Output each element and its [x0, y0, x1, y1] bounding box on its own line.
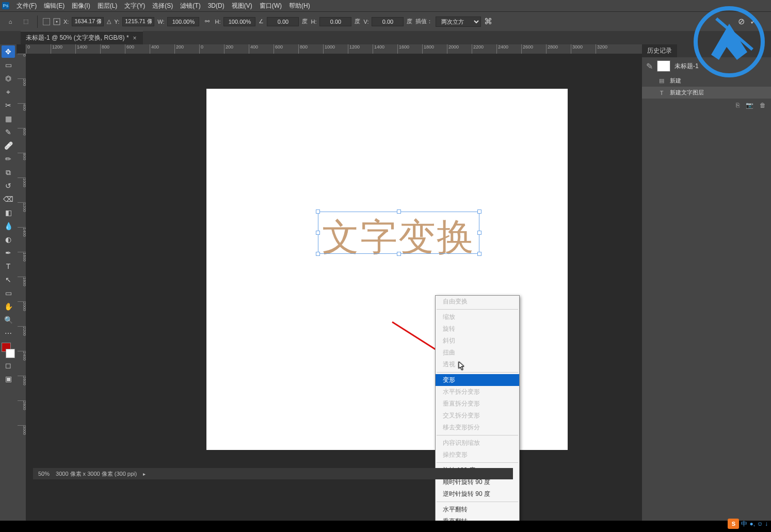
quick-mask-icon[interactable]: ◻ [2, 359, 15, 372]
ruler-horizontal[interactable]: 0120014008006004002000200400600800100012… [26, 44, 642, 54]
transform-handle[interactable] [316, 252, 320, 256]
home-icon[interactable]: ⌂ [4, 15, 17, 28]
menu-type[interactable]: 文字(Y) [121, 1, 148, 11]
color-swatches[interactable] [2, 343, 15, 358]
ruler-vertical[interactable]: 0200400600800100012001400160018002000220… [17, 54, 26, 521]
hand-tool[interactable]: ✋ [2, 300, 15, 313]
transform-handle[interactable] [316, 209, 320, 214]
menu-image[interactable]: 图像(I) [69, 1, 93, 11]
brush-tool[interactable]: ✏ [2, 153, 15, 165]
context-menu-item: 旋转 [436, 323, 519, 335]
y-input[interactable] [122, 17, 154, 26]
context-menu-item: 水平拆分变形 [436, 386, 519, 398]
transform-handle[interactable] [477, 252, 481, 256]
menu-filter[interactable]: 滤镜(T) [177, 1, 203, 11]
v-skew-label: V: [363, 19, 368, 25]
delete-icon[interactable]: 🗑 [760, 102, 766, 109]
type-tool[interactable]: T [2, 260, 15, 272]
zoom-level[interactable]: 50% [38, 471, 50, 477]
canvas-area[interactable]: 文字变换 [26, 54, 642, 521]
transform-bounding-box[interactable] [318, 212, 479, 254]
context-menu-item: 扭曲 [436, 347, 519, 359]
more-tools[interactable]: ⋯ [2, 327, 15, 340]
transform-handle[interactable] [477, 231, 481, 235]
h-input[interactable] [223, 17, 255, 26]
warp-icon[interactable]: ⌘ [484, 17, 492, 26]
v-skew-input[interactable] [372, 17, 404, 26]
menu-view[interactable]: 视图(V) [229, 1, 255, 11]
pen-tool[interactable]: ✒ [2, 247, 15, 259]
close-tab-icon[interactable]: × [133, 35, 137, 42]
transform-handle[interactable] [316, 231, 320, 235]
context-menu-item[interactable]: 变形 [436, 374, 519, 386]
ime-mode: 中 [741, 520, 747, 528]
workspace: 0120014008006004002000200400600800100012… [17, 44, 642, 521]
triangle-icon[interactable]: △ [107, 18, 111, 25]
context-menu-item[interactable]: 逆时针旋转 90 度 [436, 488, 519, 500]
document-tabs: 未标题-1 @ 50% (文字变换, RGB/8) * × [0, 31, 771, 44]
stamp-tool[interactable]: ⧉ [2, 166, 15, 179]
reference-point-icon[interactable] [53, 18, 60, 25]
x-input[interactable] [72, 17, 104, 26]
menu-edit[interactable]: 编辑(E) [41, 1, 68, 11]
menu-bar: Ps 文件(F) 编辑(E) 图像(I) 图层(L) 文字(Y) 选择(S) 滤… [0, 0, 771, 11]
move-tool[interactable]: ✥ [2, 45, 15, 58]
frame-icon[interactable]: ⬚ [20, 15, 32, 28]
gradient-tool[interactable]: ◧ [2, 206, 15, 219]
w-input[interactable] [167, 17, 199, 26]
transform-handle[interactable] [477, 209, 481, 214]
crop-tool[interactable]: ✂ [2, 99, 15, 111]
app-icon: Ps [2, 2, 9, 9]
history-item[interactable]: T 新建文字图层 [642, 87, 771, 99]
context-menu-item: 内容识别缩放 [436, 437, 519, 449]
quick-select-tool[interactable]: ⌖ [2, 86, 15, 98]
menu-layer[interactable]: 图层(L) [94, 1, 121, 11]
context-menu: 自由变换缩放旋转斜切扭曲透视变形水平拆分变形垂直拆分变形交叉拆分变形移去变形拆分… [435, 295, 520, 521]
frame-tool[interactable]: ▦ [2, 112, 15, 125]
menu-window[interactable]: 窗口(W) [256, 1, 285, 11]
context-menu-item[interactable]: 垂直翻转 [436, 515, 519, 521]
link-icon[interactable]: ⚯ [202, 17, 212, 26]
tab-title: 未标题-1 @ 50% (文字变换, RGB/8) * [26, 34, 129, 42]
ime-extras: ●, ☺ ↓ [749, 520, 768, 527]
h-skew-input[interactable] [319, 17, 351, 26]
menu-help[interactable]: 帮助(H) [286, 1, 313, 11]
snapshot-thumbnail [657, 60, 670, 72]
background-color[interactable] [6, 349, 15, 358]
zoom-tool[interactable]: 🔍 [2, 314, 15, 326]
context-menu-item: 透视 [436, 359, 519, 370]
transform-handle[interactable] [397, 209, 401, 214]
context-menu-item[interactable]: 水平翻转 [436, 504, 519, 515]
document-tab[interactable]: 未标题-1 @ 50% (文字变换, RGB/8) * × [21, 31, 143, 44]
eraser-tool[interactable]: ⌫ [2, 193, 15, 205]
right-panels: 历史记录 ✎ 未标题-1 ▤ 新建 T 新建文字图层 ⎘ 📷 🗑 [642, 44, 771, 521]
brush-icon: ✎ [646, 61, 653, 71]
shape-tool[interactable]: ▭ [2, 287, 15, 299]
menu-3d[interactable]: 3D(D) [205, 1, 228, 10]
create-doc-icon[interactable]: ⎘ [736, 102, 740, 109]
blur-tool[interactable]: 💧 [2, 220, 15, 232]
angle-input[interactable] [267, 17, 299, 26]
transform-handle[interactable] [397, 252, 401, 256]
marquee-tool[interactable]: ▭ [2, 59, 15, 71]
reference-point-toggle[interactable] [43, 18, 50, 25]
lasso-tool[interactable]: ⏣ [2, 72, 15, 85]
h-label: H: [215, 19, 220, 25]
ime-indicator[interactable]: S 中 ●, ☺ ↓ [728, 519, 768, 529]
dodge-tool[interactable]: ◐ [2, 233, 15, 246]
document-info[interactable]: 3000 像素 x 3000 像素 (300 ppi) [56, 470, 137, 478]
status-dropdown-icon[interactable]: ▸ [143, 471, 146, 477]
menu-file[interactable]: 文件(F) [13, 1, 40, 11]
path-select-tool[interactable]: ↖ [2, 273, 15, 286]
history-panel-footer: ⎘ 📷 🗑 [642, 99, 771, 112]
history-tab[interactable]: 历史记录 [642, 44, 677, 57]
healing-tool[interactable]: 🩹 [2, 139, 15, 152]
menu-select[interactable]: 选择(S) [149, 1, 176, 11]
interpolation-label: 插值： [415, 18, 432, 25]
history-brush-tool[interactable]: ↺ [2, 180, 15, 192]
interpolation-select[interactable]: 两次立方 [436, 17, 481, 27]
context-menu-item: 移去变形拆分 [436, 422, 519, 433]
eyedropper-tool[interactable]: ✎ [2, 126, 15, 138]
screen-mode-icon[interactable]: ▣ [2, 373, 15, 385]
snapshot-icon[interactable]: 📷 [746, 102, 753, 109]
